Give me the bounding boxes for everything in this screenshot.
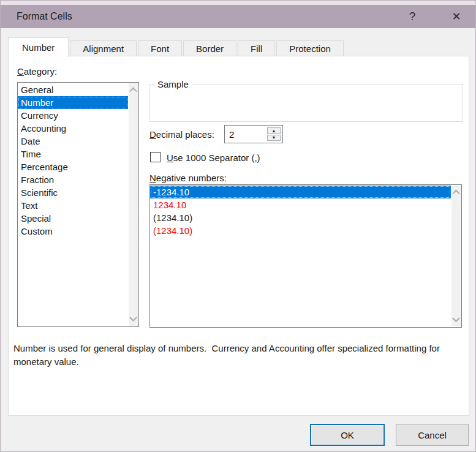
decimal-label-accel: D	[149, 129, 156, 140]
category-item[interactable]: Date	[18, 135, 128, 148]
decimal-places-input[interactable]: 2 ▲ ▼	[224, 125, 283, 143]
thousand-separator-label[interactable]: Use 1000 Separator (,)	[167, 153, 260, 163]
category-item[interactable]: Custom	[18, 225, 128, 238]
tab-label: Number	[22, 42, 55, 53]
decimal-places-value: 2	[229, 126, 234, 143]
sample-groupbox: Sample	[149, 85, 463, 122]
negative-item[interactable]: (1234.10)	[150, 224, 451, 237]
tab-protection[interactable]: Protection	[276, 40, 344, 56]
thousand-separator-checkbox[interactable]	[150, 152, 161, 162]
category-description-text: Number is used for general display of nu…	[13, 342, 467, 369]
scroll-up-button[interactable]	[129, 85, 138, 95]
category-item[interactable]: Accounting	[18, 122, 128, 135]
category-scrollbar[interactable]	[129, 83, 138, 326]
help-icon: ?	[409, 10, 416, 23]
window-top-edge	[1, 1, 475, 5]
category-item-selected[interactable]: Number	[18, 96, 128, 109]
tab-number[interactable]: Number	[8, 37, 69, 57]
close-icon: ✕	[451, 10, 461, 23]
decimal-places-stepper: ▲ ▼	[267, 127, 281, 141]
ok-button[interactable]: OK	[310, 424, 385, 446]
help-button[interactable]: ?	[400, 5, 425, 28]
category-listbox: General Number Currency Accounting Date …	[17, 82, 139, 327]
tab-label: Alignment	[83, 43, 124, 54]
spin-up-button[interactable]: ▲	[267, 127, 281, 134]
chevron-down-icon	[452, 314, 460, 322]
scroll-down-button[interactable]	[451, 315, 461, 325]
scroll-down-button[interactable]	[129, 314, 138, 324]
category-item[interactable]: Special	[18, 212, 128, 225]
category-item[interactable]: Fraction	[18, 173, 128, 186]
negative-item-selected[interactable]: -1234.10	[150, 186, 451, 198]
decimal-label-rest: ecimal places:	[156, 129, 214, 140]
cancel-button[interactable]: Cancel	[396, 424, 469, 446]
decimal-places-label: Decimal places:	[149, 129, 214, 140]
chevron-up-icon	[129, 87, 137, 95]
separator-label-rest: se 1000 Separator (,)	[173, 153, 260, 163]
category-item[interactable]: General	[18, 83, 128, 96]
scroll-up-button[interactable]	[451, 187, 461, 197]
separator-label-accel: U	[167, 153, 173, 163]
tab-alignment[interactable]: Alignment	[70, 40, 137, 56]
cancel-button-label: Cancel	[418, 430, 447, 440]
tab-label: Protection	[289, 43, 331, 54]
category-label: Category:	[17, 66, 57, 77]
negative-numbers-label: Negative numbers:	[149, 173, 227, 183]
up-arrow-icon: ▲	[272, 129, 276, 133]
tab-border[interactable]: Border	[183, 40, 236, 56]
category-label-rest: ategory:	[24, 66, 57, 77]
tab-label: Fill	[251, 43, 262, 54]
window-title: Format Cells	[17, 11, 72, 22]
category-item[interactable]: Time	[18, 148, 128, 160]
negative-item[interactable]: (1234.10)	[150, 211, 451, 224]
ok-button-label: OK	[341, 430, 354, 440]
category-item[interactable]: Currency	[18, 109, 128, 122]
spin-down-button[interactable]: ▼	[267, 135, 281, 141]
sample-group-label: Sample	[156, 79, 191, 89]
category-item[interactable]: Text	[18, 199, 128, 212]
negative-label-accel: N	[149, 173, 156, 183]
number-tab-page: Category: General Number Currency Accoun…	[8, 56, 469, 416]
negative-list-rows: -1234.10 1234.10 (1234.10) (1234.10)	[150, 186, 451, 237]
negative-numbers-listbox: -1234.10 1234.10 (1234.10) (1234.10)	[149, 184, 462, 328]
chevron-down-icon	[129, 314, 137, 322]
tab-label: Font	[151, 43, 169, 54]
tab-fill[interactable]: Fill	[238, 40, 275, 56]
tab-label: Border	[196, 43, 224, 54]
tab-bar: Number Alignment Font Border Fill Protec…	[8, 37, 345, 56]
negative-scrollbar[interactable]	[451, 186, 461, 326]
category-item[interactable]: Scientific	[18, 186, 128, 199]
format-cells-dialog: Format Cells ? ✕ Number Alignment Font B…	[0, 0, 476, 452]
negative-item[interactable]: 1234.10	[150, 198, 451, 211]
negative-label-rest: egative numbers:	[156, 173, 227, 183]
category-list-rows: General Number Currency Accounting Date …	[18, 83, 128, 238]
tab-font[interactable]: Font	[138, 40, 182, 56]
close-button[interactable]: ✕	[442, 5, 470, 28]
chevron-up-icon	[452, 189, 460, 197]
category-item[interactable]: Percentage	[18, 160, 128, 173]
down-arrow-icon: ▼	[272, 135, 276, 140]
category-label-accel: C	[17, 66, 24, 77]
